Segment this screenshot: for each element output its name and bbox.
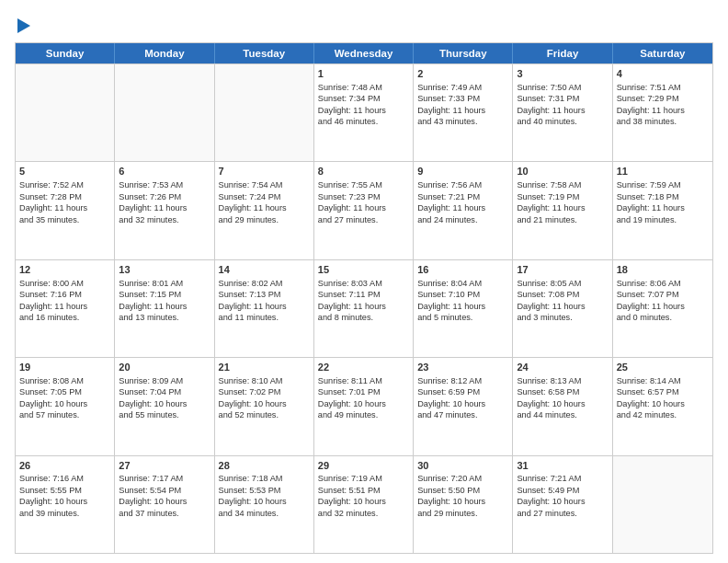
day-info-line: Sunrise: 7:18 AM <box>219 474 283 483</box>
day-info-line: and 52 minutes. <box>219 410 279 419</box>
day-info-line: Daylight: 10 hours <box>517 497 585 506</box>
calendar-cell: 17Sunrise: 8:05 AMSunset: 7:08 PMDayligh… <box>513 260 612 357</box>
day-info-line: and 24 minutes. <box>417 215 477 224</box>
day-info-line: Sunset: 5:53 PM <box>219 486 281 495</box>
day-info-line: and 11 minutes. <box>219 313 279 322</box>
header-day-tuesday: Tuesday <box>215 43 314 63</box>
calendar-cell: 6Sunrise: 7:53 AMSunset: 7:26 PMDaylight… <box>115 162 214 259</box>
header <box>15 15 713 35</box>
day-info-line: Daylight: 11 hours <box>219 302 287 311</box>
day-info-line: Sunset: 7:24 PM <box>219 192 281 201</box>
day-number: 11 <box>617 165 709 178</box>
day-info-line: Sunrise: 8:00 AM <box>19 279 84 288</box>
day-info-line: Sunset: 5:49 PM <box>517 486 579 495</box>
calendar-cell: 3Sunrise: 7:50 AMSunset: 7:31 PMDaylight… <box>513 64 612 161</box>
day-info-line: Sunrise: 8:12 AM <box>417 376 482 385</box>
day-info-line: Sunrise: 8:06 AM <box>617 279 681 288</box>
calendar-cell: 18Sunrise: 8:06 AMSunset: 7:07 PMDayligh… <box>613 260 712 357</box>
day-info-line: Sunrise: 7:56 AM <box>417 180 482 190</box>
day-info-line: Sunrise: 7:58 AM <box>517 180 581 190</box>
day-info-line: Sunrise: 8:08 AM <box>19 376 84 385</box>
calendar-cell: 11Sunrise: 7:59 AMSunset: 7:18 PMDayligh… <box>613 162 712 259</box>
day-number: 31 <box>517 459 608 473</box>
calendar-cell: 23Sunrise: 8:12 AMSunset: 6:59 PMDayligh… <box>414 358 513 454</box>
day-info-line: and 57 minutes. <box>19 410 79 419</box>
day-info-line: and 5 minutes. <box>417 313 472 322</box>
calendar-cell: 29Sunrise: 7:19 AMSunset: 5:51 PMDayligh… <box>314 456 414 553</box>
header-day-saturday: Saturday <box>613 43 712 63</box>
day-info-line: Sunset: 7:21 PM <box>417 192 480 201</box>
day-info-line: Daylight: 11 hours <box>318 203 386 213</box>
day-number: 21 <box>219 361 310 374</box>
day-info-line: Daylight: 10 hours <box>417 497 485 506</box>
day-info-line: and 39 minutes. <box>19 509 79 518</box>
day-info-line: Sunset: 7:05 PM <box>19 387 82 396</box>
day-number: 19 <box>19 361 110 374</box>
day-info-line: Daylight: 11 hours <box>19 302 87 311</box>
calendar-row-1: 1Sunrise: 7:48 AMSunset: 7:34 PMDaylight… <box>16 63 712 161</box>
day-info-line: and 38 minutes. <box>617 117 677 126</box>
calendar-cell: 24Sunrise: 8:13 AMSunset: 6:58 PMDayligh… <box>513 358 612 454</box>
day-number: 12 <box>19 263 110 277</box>
calendar-cell: 30Sunrise: 7:20 AMSunset: 5:50 PMDayligh… <box>414 456 513 553</box>
day-info-line: Sunrise: 7:20 AM <box>417 474 482 483</box>
calendar-cell <box>115 64 214 161</box>
day-info-line: Sunrise: 8:02 AM <box>219 279 283 288</box>
day-info-line: Sunset: 7:16 PM <box>19 290 82 299</box>
day-info-line: Daylight: 10 hours <box>219 497 287 506</box>
day-info-line: and 0 minutes. <box>617 313 672 322</box>
day-info-line: Sunset: 5:55 PM <box>19 486 82 495</box>
day-info-line: Sunrise: 8:09 AM <box>119 376 183 385</box>
calendar-cell: 15Sunrise: 8:03 AMSunset: 7:11 PMDayligh… <box>314 260 414 357</box>
day-info-line: Sunset: 7:34 PM <box>318 94 381 103</box>
day-info-line: Sunset: 7:18 PM <box>617 192 679 201</box>
day-info-line: Sunrise: 8:04 AM <box>417 279 482 288</box>
calendar-row-5: 26Sunrise: 7:16 AMSunset: 5:55 PMDayligh… <box>16 455 712 553</box>
day-info-line: Sunset: 6:57 PM <box>617 387 679 396</box>
calendar-cell: 5Sunrise: 7:52 AMSunset: 7:28 PMDaylight… <box>16 162 115 259</box>
day-info-line: Sunrise: 7:48 AM <box>318 83 382 92</box>
day-number: 13 <box>119 263 210 277</box>
calendar-cell: 4Sunrise: 7:51 AMSunset: 7:29 PMDaylight… <box>613 64 712 161</box>
day-info-line: Daylight: 11 hours <box>517 302 585 311</box>
day-info-line: Sunrise: 8:13 AM <box>517 376 581 385</box>
logo <box>15 15 30 35</box>
calendar-cell <box>16 64 115 161</box>
day-number: 17 <box>517 263 608 277</box>
day-info-line: Sunset: 7:08 PM <box>517 290 579 299</box>
calendar-cell: 12Sunrise: 8:00 AMSunset: 7:16 PMDayligh… <box>16 260 115 357</box>
calendar-cell: 16Sunrise: 8:04 AMSunset: 7:10 PMDayligh… <box>414 260 513 357</box>
calendar-cell: 27Sunrise: 7:17 AMSunset: 5:54 PMDayligh… <box>115 456 214 553</box>
day-info-line: and 13 minutes. <box>119 313 178 322</box>
day-number: 3 <box>517 67 608 81</box>
day-info-line: and 32 minutes. <box>119 215 178 224</box>
day-info-line: and 49 minutes. <box>318 410 378 419</box>
day-info-line: Daylight: 11 hours <box>617 203 685 213</box>
calendar-cell: 28Sunrise: 7:18 AMSunset: 5:53 PMDayligh… <box>215 456 314 553</box>
calendar-cell: 26Sunrise: 7:16 AMSunset: 5:55 PMDayligh… <box>16 456 115 553</box>
calendar: SundayMondayTuesdayWednesdayThursdayFrid… <box>15 42 713 554</box>
day-info-line: Sunrise: 7:52 AM <box>19 180 84 190</box>
page: SundayMondayTuesdayWednesdayThursdayFrid… <box>0 0 728 563</box>
day-info-line: Sunset: 7:02 PM <box>219 387 281 396</box>
day-info-line: Daylight: 10 hours <box>19 399 87 408</box>
day-info-line: and 55 minutes. <box>119 410 178 419</box>
header-day-wednesday: Wednesday <box>314 43 414 63</box>
day-info-line: Daylight: 10 hours <box>19 497 87 506</box>
day-number: 26 <box>19 459 110 473</box>
day-info-line: Sunrise: 7:55 AM <box>318 180 382 190</box>
day-info-line: Daylight: 11 hours <box>417 203 485 213</box>
day-info-line: Sunset: 7:11 PM <box>318 290 381 299</box>
day-number: 14 <box>219 263 310 277</box>
day-number: 20 <box>119 361 210 374</box>
day-info-line: Sunset: 7:29 PM <box>617 94 679 103</box>
day-number: 10 <box>517 165 608 178</box>
day-info-line: Sunset: 7:26 PM <box>119 192 181 201</box>
logo-name <box>15 15 30 35</box>
day-info-line: and 29 minutes. <box>417 509 477 518</box>
calendar-cell: 20Sunrise: 8:09 AMSunset: 7:04 PMDayligh… <box>115 358 214 454</box>
day-number: 27 <box>119 459 210 473</box>
day-info-line: Daylight: 11 hours <box>119 302 187 311</box>
header-day-monday: Monday <box>115 43 214 63</box>
calendar-body: 1Sunrise: 7:48 AMSunset: 7:34 PMDaylight… <box>16 63 712 553</box>
